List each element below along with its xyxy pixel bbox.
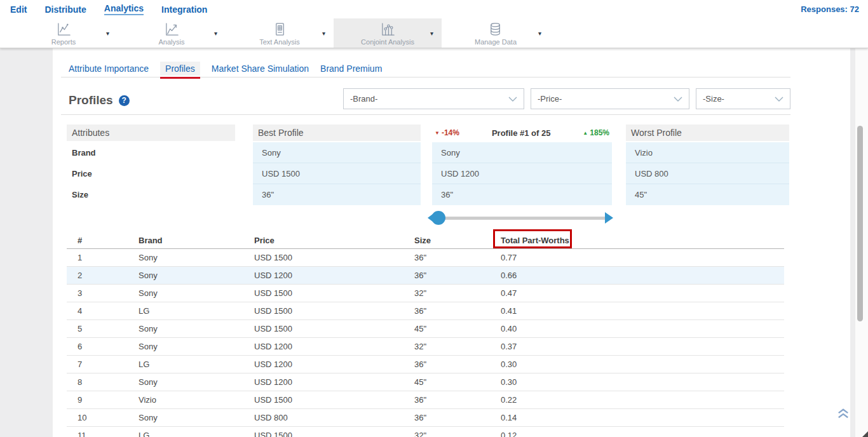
table-row[interactable]: 2SonyUSD 120036"0.66 <box>67 267 784 285</box>
text-analysis-icon <box>272 22 288 37</box>
table-cell: 5 <box>78 324 139 333</box>
nav-item-edit[interactable]: Edit <box>10 4 27 15</box>
window-resize-grip[interactable] <box>862 431 868 437</box>
best-profile-header: Best Profile <box>253 124 421 141</box>
table-cell: 0.22 <box>501 395 784 405</box>
table-row[interactable]: 3SonyUSD 150032"0.47 <box>67 285 784 302</box>
table-cell: USD 800 <box>254 413 414 422</box>
manage-data-icon <box>487 22 503 37</box>
brand-filter-value: -Brand- <box>350 94 377 104</box>
scrollbar-thumb[interactable] <box>857 126 863 321</box>
table-cell: 32" <box>414 342 501 351</box>
table-cell: Sony <box>139 413 254 422</box>
table-header-cell: # <box>78 236 139 245</box>
table-cell: Sony <box>139 324 254 333</box>
table-cell: USD 1200 <box>254 342 414 351</box>
page-title: Profiles <box>69 93 113 107</box>
table-cell: 0.14 <box>501 413 784 422</box>
analytics-toolbar: Reports▾Analysis▾Text Analysis▾Conjoint … <box>0 18 868 48</box>
toolbar-item-analysis[interactable]: Analysis▾ <box>118 18 226 48</box>
help-icon[interactable]: ? <box>119 95 130 106</box>
tab-brand-premium[interactable]: Brand Premium <box>320 64 382 74</box>
chevron-down-icon <box>508 97 517 102</box>
triangle-down-icon: ▼ <box>435 130 440 136</box>
scroll-to-top-button[interactable] <box>834 405 852 422</box>
table-row[interactable]: 6SonyUSD 120032"0.37 <box>67 338 784 356</box>
scrollbar-track[interactable] <box>855 48 868 437</box>
table-cell: USD 1500 <box>254 431 414 437</box>
next-profile-arrow-icon[interactable] <box>605 212 613 224</box>
table-cell: 4 <box>78 306 139 316</box>
toolbar-item-text-analysis[interactable]: Text Analysis▾ <box>226 18 334 48</box>
table-cell: 11 <box>78 431 139 437</box>
table-cell: USD 1200 <box>254 377 414 387</box>
caret-down-icon[interactable]: ▾ <box>538 30 541 37</box>
table-row[interactable]: 5SonyUSD 150045"0.40 <box>67 320 784 338</box>
toolbar-item-label: Analysis <box>159 38 185 46</box>
table-row[interactable]: 8SonyUSD 120045"0.30 <box>67 373 784 391</box>
table-cell: Sony <box>139 288 254 298</box>
table-cell: 36" <box>414 395 501 405</box>
table-cell: 0.37 <box>501 342 784 351</box>
best-profile-price: USD 1500 <box>253 163 421 184</box>
tab-market-share-simulation[interactable]: Market Share Simulation <box>212 64 309 74</box>
current-profile-header: ▼-14% Profile #1 of 25 ▲185% <box>432 124 612 141</box>
table-cell: 7 <box>78 360 139 369</box>
toolbar-item-manage-data[interactable]: Manage Data▾ <box>442 18 550 48</box>
brand-filter-dropdown[interactable]: -Brand- <box>343 88 524 109</box>
table-cell: 36" <box>414 360 501 369</box>
table-row[interactable]: 9VizioUSD 150036"0.22 <box>67 391 784 409</box>
delta-down-badge: ▼-14% <box>435 128 459 137</box>
table-cell: USD 1500 <box>254 253 414 262</box>
heading-divider <box>61 114 790 115</box>
table-cell: 8 <box>78 377 139 387</box>
current-profile-column: ▼-14% Profile #1 of 25 ▲185% Sony USD 12… <box>432 124 612 205</box>
table-cell: USD 1200 <box>254 271 414 280</box>
chevron-down-icon <box>674 97 682 102</box>
size-filter-dropdown[interactable]: -Size- <box>696 88 790 109</box>
toolbar-item-body: Analysis <box>159 22 185 46</box>
table-header-cell: Total Part-Worths <box>501 236 784 245</box>
current-profile-size: 36" <box>432 184 612 205</box>
table-row[interactable]: 11LGUSD 150032"0.12 <box>67 427 784 437</box>
profile-slider-handle[interactable] <box>431 211 445 225</box>
toolbar-item-conjoint-analysis[interactable]: Conjoint Analysis▾ <box>334 18 442 48</box>
table-cell: 10 <box>78 413 139 422</box>
toolbar-item-reports[interactable]: Reports▾ <box>10 18 118 48</box>
nav-item-integration[interactable]: Integration <box>161 4 207 15</box>
table-row[interactable]: 7LGUSD 120036"0.30 <box>67 356 784 373</box>
double-chevron-up-icon <box>836 408 850 419</box>
top-nav-items: EditDistributeAnalyticsIntegration <box>10 3 225 15</box>
nav-item-analytics[interactable]: Analytics <box>104 3 144 15</box>
conjoint-tabs: Attribute ImportanceProfilesMarket Share… <box>61 60 790 77</box>
table-cell: 32" <box>414 431 501 437</box>
attributes-header: Attributes <box>67 124 235 141</box>
table-cell: 0.12 <box>501 431 784 437</box>
profile-slider-track[interactable] <box>438 217 609 220</box>
table-cell: 2 <box>78 271 139 280</box>
table-cell: 36" <box>414 253 501 262</box>
nav-item-distribute[interactable]: Distribute <box>44 4 86 15</box>
price-filter-dropdown[interactable]: -Price- <box>531 88 689 109</box>
table-cell: 0.77 <box>501 253 784 262</box>
price-filter-value: -Price- <box>538 94 562 104</box>
triangle-up-icon: ▲ <box>583 130 588 136</box>
delta-up-badge: ▲185% <box>583 128 609 137</box>
toolbar-item-label: Text Analysis <box>259 38 300 46</box>
caret-down-icon[interactable]: ▾ <box>322 30 325 37</box>
table-row[interactable]: 10SonyUSD 80036"0.14 <box>67 409 784 427</box>
tab-attribute-importance[interactable]: Attribute Importance <box>69 64 149 74</box>
table-cell: Sony <box>139 271 254 280</box>
table-cell: Vizio <box>139 395 254 405</box>
table-row[interactable]: 1SonyUSD 150036"0.77 <box>67 249 784 267</box>
caret-down-icon[interactable]: ▾ <box>106 30 109 37</box>
profile-counter: Profile #1 of 25 <box>492 128 550 138</box>
table-cell: 0.41 <box>501 306 784 316</box>
table-row[interactable]: 4LGUSD 150036"0.41 <box>67 302 784 320</box>
toolbar-item-body: Manage Data <box>475 22 517 46</box>
caret-down-icon[interactable]: ▾ <box>430 30 433 37</box>
attribute-label-brand: Brand <box>67 142 235 163</box>
caret-down-icon[interactable]: ▾ <box>214 30 217 37</box>
worst-profile-brand: Vizio <box>626 142 789 163</box>
tab-profiles[interactable]: Profiles <box>160 62 200 76</box>
